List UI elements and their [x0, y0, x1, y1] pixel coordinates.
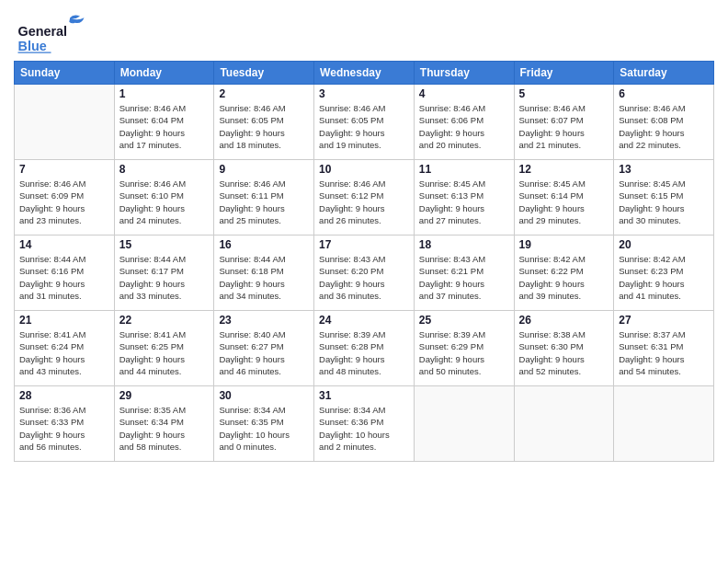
day-info: Sunrise: 8:40 AMSunset: 6:27 PMDaylight:… — [219, 328, 309, 377]
day-info: Sunrise: 8:35 AMSunset: 6:34 PMDaylight:… — [119, 404, 210, 453]
day-info: Sunrise: 8:42 AMSunset: 6:22 PMDaylight:… — [519, 253, 609, 302]
day-info: Sunrise: 8:44 AMSunset: 6:18 PMDaylight:… — [219, 253, 309, 302]
empty-cell — [15, 85, 115, 160]
day-info: Sunrise: 8:34 AMSunset: 6:35 PMDaylight:… — [219, 404, 309, 453]
calendar-day-cell: 2Sunrise: 8:46 AMSunset: 6:05 PMDaylight… — [214, 85, 314, 160]
day-number: 11 — [419, 163, 509, 176]
weekday-header-sunday: Sunday — [15, 62, 115, 85]
calendar-day-cell: 19Sunrise: 8:42 AMSunset: 6:22 PMDayligh… — [514, 236, 614, 311]
empty-cell — [414, 386, 514, 462]
day-info: Sunrise: 8:41 AMSunset: 6:25 PMDaylight:… — [119, 328, 210, 377]
day-number: 29 — [119, 389, 210, 402]
calendar-week-row: 28Sunrise: 8:36 AMSunset: 6:33 PMDayligh… — [15, 386, 714, 462]
logo-svg: General Blue — [14, 9, 97, 55]
day-info: Sunrise: 8:46 AMSunset: 6:11 PMDaylight:… — [219, 178, 309, 226]
calendar-week-row: 1Sunrise: 8:46 AMSunset: 6:04 PMDaylight… — [15, 85, 714, 160]
calendar-day-cell: 6Sunrise: 8:46 AMSunset: 6:08 PMDaylight… — [614, 85, 714, 160]
calendar-day-cell: 11Sunrise: 8:45 AMSunset: 6:13 PMDayligh… — [414, 160, 514, 236]
svg-text:General: General — [18, 24, 68, 39]
calendar-day-cell: 24Sunrise: 8:39 AMSunset: 6:28 PMDayligh… — [314, 311, 415, 386]
day-info: Sunrise: 8:46 AMSunset: 6:08 PMDaylight:… — [619, 102, 709, 151]
day-number: 30 — [219, 389, 309, 402]
calendar-day-cell: 13Sunrise: 8:45 AMSunset: 6:15 PMDayligh… — [614, 160, 714, 236]
day-number: 22 — [119, 314, 210, 327]
calendar-day-cell: 18Sunrise: 8:43 AMSunset: 6:21 PMDayligh… — [414, 236, 514, 311]
calendar-day-cell: 25Sunrise: 8:39 AMSunset: 6:29 PMDayligh… — [414, 311, 514, 386]
day-number: 13 — [619, 163, 709, 176]
day-info: Sunrise: 8:38 AMSunset: 6:30 PMDaylight:… — [519, 328, 609, 377]
calendar-day-cell: 29Sunrise: 8:35 AMSunset: 6:34 PMDayligh… — [114, 386, 214, 462]
day-info: Sunrise: 8:39 AMSunset: 6:28 PMDaylight:… — [319, 328, 409, 377]
day-number: 27 — [619, 314, 709, 327]
calendar-day-cell: 22Sunrise: 8:41 AMSunset: 6:25 PMDayligh… — [114, 311, 214, 386]
day-number: 1 — [119, 87, 210, 100]
day-info: Sunrise: 8:43 AMSunset: 6:20 PMDaylight:… — [319, 253, 409, 302]
calendar-day-cell: 26Sunrise: 8:38 AMSunset: 6:30 PMDayligh… — [514, 311, 614, 386]
day-number: 19 — [519, 238, 609, 251]
day-number: 28 — [19, 389, 109, 402]
day-number: 25 — [419, 314, 509, 327]
day-info: Sunrise: 8:41 AMSunset: 6:24 PMDaylight:… — [19, 328, 109, 377]
day-info: Sunrise: 8:42 AMSunset: 6:23 PMDaylight:… — [619, 253, 709, 302]
weekday-header-row: SundayMondayTuesdayWednesdayThursdayFrid… — [15, 62, 714, 85]
calendar-week-row: 21Sunrise: 8:41 AMSunset: 6:24 PMDayligh… — [15, 311, 714, 386]
day-number: 8 — [119, 163, 210, 176]
day-number: 10 — [319, 163, 409, 176]
weekday-header-tuesday: Tuesday — [214, 62, 314, 85]
calendar-day-cell: 28Sunrise: 8:36 AMSunset: 6:33 PMDayligh… — [15, 386, 115, 462]
weekday-header-saturday: Saturday — [614, 62, 714, 85]
day-info: Sunrise: 8:46 AMSunset: 6:05 PMDaylight:… — [219, 102, 309, 151]
day-number: 9 — [219, 163, 309, 176]
calendar-day-cell: 1Sunrise: 8:46 AMSunset: 6:04 PMDaylight… — [114, 85, 214, 160]
day-number: 21 — [19, 314, 109, 327]
weekday-header-thursday: Thursday — [414, 62, 514, 85]
day-info: Sunrise: 8:34 AMSunset: 6:36 PMDaylight:… — [319, 404, 409, 453]
weekday-header-friday: Friday — [514, 62, 614, 85]
calendar-day-cell: 17Sunrise: 8:43 AMSunset: 6:20 PMDayligh… — [314, 236, 415, 311]
calendar-day-cell: 8Sunrise: 8:46 AMSunset: 6:10 PMDaylight… — [114, 160, 214, 236]
day-number: 16 — [219, 238, 309, 251]
calendar-day-cell: 15Sunrise: 8:44 AMSunset: 6:17 PMDayligh… — [114, 236, 214, 311]
day-info: Sunrise: 8:45 AMSunset: 6:13 PMDaylight:… — [419, 178, 509, 226]
empty-cell — [614, 386, 714, 462]
header: General Blue — [14, 9, 714, 55]
day-info: Sunrise: 8:45 AMSunset: 6:14 PMDaylight:… — [519, 178, 609, 226]
day-number: 6 — [619, 87, 709, 100]
day-number: 18 — [419, 238, 509, 251]
day-info: Sunrise: 8:44 AMSunset: 6:16 PMDaylight:… — [19, 253, 109, 302]
calendar-day-cell: 12Sunrise: 8:45 AMSunset: 6:14 PMDayligh… — [514, 160, 614, 236]
calendar-day-cell: 9Sunrise: 8:46 AMSunset: 6:11 PMDaylight… — [214, 160, 314, 236]
day-number: 15 — [119, 238, 210, 251]
calendar-day-cell: 14Sunrise: 8:44 AMSunset: 6:16 PMDayligh… — [15, 236, 115, 311]
day-info: Sunrise: 8:46 AMSunset: 6:12 PMDaylight:… — [319, 178, 409, 226]
day-number: 31 — [319, 389, 409, 402]
calendar-day-cell: 23Sunrise: 8:40 AMSunset: 6:27 PMDayligh… — [214, 311, 314, 386]
day-info: Sunrise: 8:46 AMSunset: 6:10 PMDaylight:… — [119, 178, 210, 226]
logo: General Blue — [14, 9, 97, 55]
calendar-week-row: 14Sunrise: 8:44 AMSunset: 6:16 PMDayligh… — [15, 236, 714, 311]
day-info: Sunrise: 8:36 AMSunset: 6:33 PMDaylight:… — [19, 404, 109, 453]
weekday-header-monday: Monday — [114, 62, 214, 85]
empty-cell — [514, 386, 614, 462]
day-info: Sunrise: 8:39 AMSunset: 6:29 PMDaylight:… — [419, 328, 509, 377]
day-info: Sunrise: 8:46 AMSunset: 6:06 PMDaylight:… — [419, 102, 509, 151]
calendar-day-cell: 20Sunrise: 8:42 AMSunset: 6:23 PMDayligh… — [614, 236, 714, 311]
page: General Blue SundayMondayTuesdayWednesda… — [0, 0, 728, 563]
calendar-day-cell: 21Sunrise: 8:41 AMSunset: 6:24 PMDayligh… — [15, 311, 115, 386]
day-number: 26 — [519, 314, 609, 327]
day-number: 20 — [619, 238, 709, 251]
day-number: 23 — [219, 314, 309, 327]
calendar-week-row: 7Sunrise: 8:46 AMSunset: 6:09 PMDaylight… — [15, 160, 714, 236]
calendar-table: SundayMondayTuesdayWednesdayThursdayFrid… — [14, 61, 714, 462]
calendar-day-cell: 10Sunrise: 8:46 AMSunset: 6:12 PMDayligh… — [314, 160, 415, 236]
day-info: Sunrise: 8:43 AMSunset: 6:21 PMDaylight:… — [419, 253, 509, 302]
day-number: 24 — [319, 314, 409, 327]
day-number: 2 — [219, 87, 309, 100]
day-info: Sunrise: 8:44 AMSunset: 6:17 PMDaylight:… — [119, 253, 210, 302]
day-number: 12 — [519, 163, 609, 176]
day-info: Sunrise: 8:46 AMSunset: 6:09 PMDaylight:… — [19, 178, 109, 226]
day-number: 3 — [319, 87, 409, 100]
day-number: 5 — [519, 87, 609, 100]
calendar-day-cell: 30Sunrise: 8:34 AMSunset: 6:35 PMDayligh… — [214, 386, 314, 462]
day-info: Sunrise: 8:46 AMSunset: 6:04 PMDaylight:… — [119, 102, 210, 151]
